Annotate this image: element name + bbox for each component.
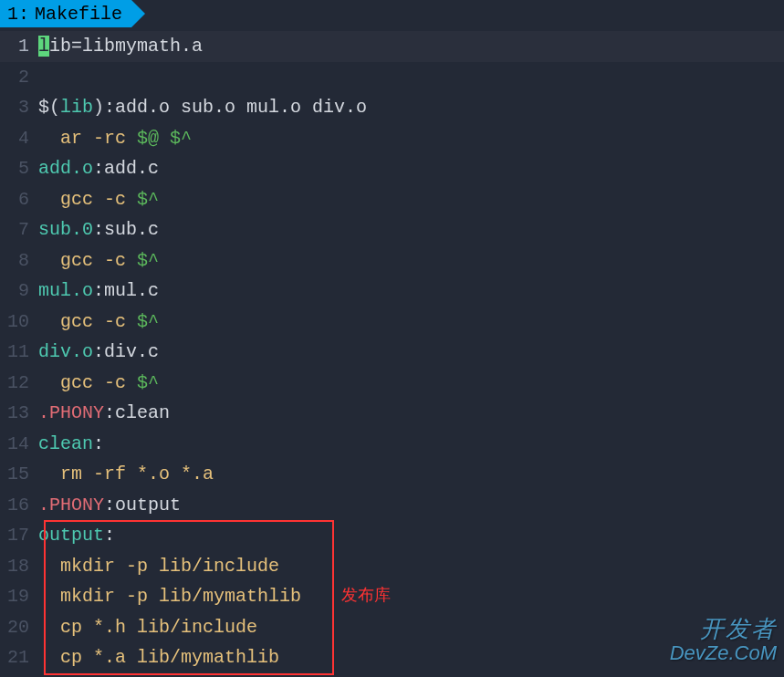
code-content: rm -rf *.o *.a xyxy=(38,463,784,484)
code-line[interactable]: 17output: xyxy=(0,520,784,551)
tab-number: 1: xyxy=(7,4,29,25)
code-content: .PHONY:output xyxy=(38,495,784,516)
line-number: 21 xyxy=(0,647,38,668)
code-line[interactable]: 20 cp *.h lib/include xyxy=(0,612,784,643)
line-number: 13 xyxy=(0,402,38,423)
line-number: 8 xyxy=(0,250,38,271)
line-number: 14 xyxy=(0,433,38,454)
code-content: .PHONY:clean xyxy=(38,402,784,423)
code-line[interactable]: 16.PHONY:output xyxy=(0,490,784,521)
code-content: add.o:add.c xyxy=(38,158,784,179)
line-number: 20 xyxy=(0,617,38,638)
line-number: 9 xyxy=(0,280,38,301)
code-line[interactable]: 8 gcc -c $^ xyxy=(0,245,784,276)
code-line[interactable]: 18 mkdir -p lib/include xyxy=(0,551,784,582)
watermark-line2: DevZe.CoM xyxy=(670,642,777,664)
code-line[interactable]: 5add.o:add.c xyxy=(0,153,784,184)
code-content: $(lib):add.o sub.o mul.o div.o xyxy=(38,97,784,118)
code-content: mul.o:mul.c xyxy=(38,280,784,301)
line-number: 17 xyxy=(0,525,38,546)
code-line[interactable]: 7sub.0:sub.c xyxy=(0,214,784,245)
line-number: 18 xyxy=(0,556,38,577)
code-line[interactable]: 11div.o:div.c xyxy=(0,337,784,368)
code-line[interactable]: 6 gcc -c $^ xyxy=(0,184,784,215)
line-number: 10 xyxy=(0,311,38,332)
line-number: 4 xyxy=(0,128,38,149)
line-number: 6 xyxy=(0,189,38,210)
line-number: 5 xyxy=(0,158,38,179)
code-line[interactable]: 21 cp *.a lib/mymathlib xyxy=(0,642,784,673)
code-line[interactable]: 4 ar -rc $@ $^ xyxy=(0,123,784,154)
code-line[interactable]: 3$(lib):add.o sub.o mul.o div.o xyxy=(0,92,784,123)
line-number: 7 xyxy=(0,219,38,240)
watermark: 开发者 DevZe.CoM xyxy=(670,616,777,664)
code-content: gcc -c $^ xyxy=(38,189,784,210)
line-number: 16 xyxy=(0,495,38,516)
line-number: 15 xyxy=(0,463,38,484)
line-number: 12 xyxy=(0,372,38,393)
code-content: mkdir -p lib/include xyxy=(38,556,784,577)
code-line[interactable]: 15 rm -rf *.o *.a xyxy=(0,459,784,490)
code-line[interactable]: 14clean: xyxy=(0,429,784,460)
line-number: 1 xyxy=(0,36,38,57)
code-content: clean: xyxy=(38,433,784,454)
code-content: gcc -c $^ xyxy=(38,372,784,393)
code-content: lib=libmymath.a xyxy=(38,36,784,57)
code-line[interactable]: 1lib=libmymath.a xyxy=(0,31,784,62)
code-line[interactable]: 10 gcc -c $^ xyxy=(0,307,784,338)
code-line[interactable]: 9mul.o:mul.c xyxy=(0,276,784,307)
code-content: mkdir -p lib/mymathlib xyxy=(38,586,784,607)
line-number: 19 xyxy=(0,586,38,607)
watermark-line1: 开发者 xyxy=(670,616,777,642)
code-line[interactable]: 19 mkdir -p lib/mymathlib xyxy=(0,581,784,612)
code-content: div.o:div.c xyxy=(38,341,784,362)
code-line[interactable]: 2 xyxy=(0,62,784,93)
code-content: output: xyxy=(38,525,784,546)
tab-bar: 1: Makefile xyxy=(0,0,784,27)
editor-area[interactable]: 1lib=libmymath.a23$(lib):add.o sub.o mul… xyxy=(0,27,784,673)
code-line[interactable]: 12 gcc -c $^ xyxy=(0,368,784,399)
annotation-label: 发布库 xyxy=(341,584,391,606)
line-number: 2 xyxy=(0,67,38,88)
line-number: 3 xyxy=(0,97,38,118)
code-content: ar -rc $@ $^ xyxy=(38,128,784,149)
code-content: gcc -c $^ xyxy=(38,311,784,332)
tab-filename: Makefile xyxy=(35,4,122,25)
code-line[interactable]: 13.PHONY:clean xyxy=(0,398,784,429)
code-content: sub.0:sub.c xyxy=(38,219,784,240)
line-number: 11 xyxy=(0,341,38,362)
code-content: gcc -c $^ xyxy=(38,250,784,271)
file-tab[interactable]: 1: Makefile xyxy=(0,0,131,27)
